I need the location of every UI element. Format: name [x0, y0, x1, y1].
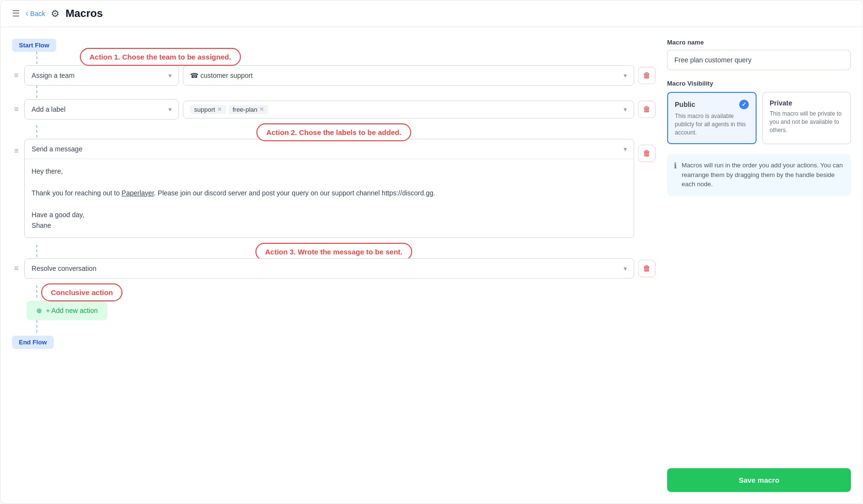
labels-chevron: ▾: [624, 105, 627, 113]
right-panel: Macro name Macro Visibility Public ✓ Thi…: [667, 39, 851, 492]
send-message-label: Send a message: [31, 145, 82, 153]
action-row-resolve: ≡ Resolve conversation ▾ 🗑: [12, 258, 655, 279]
delete-button-send-message[interactable]: 🗑: [638, 145, 655, 162]
action-row-send-message: ≡ Send a message ▾ Hey there, Thank you …: [12, 139, 655, 238]
action-type-chevron-assign-team: ▾: [168, 72, 172, 79]
flow-connector-2: [36, 125, 37, 139]
info-box: ℹ Macros will run in the order you add y…: [667, 154, 851, 196]
action-send-message: ≡ Send a message ▾ Hey there, Thank you …: [12, 139, 655, 258]
back-button[interactable]: ‹ Back: [26, 9, 45, 18]
visibility-public-title: Public ✓: [675, 100, 749, 109]
action-type-select-assign-team[interactable]: Assign a team ▾: [24, 65, 179, 86]
action-resolve-conversation: ≡ Resolve conversation ▾ 🗑 Conclusive ac…: [12, 258, 655, 299]
label-tag-free-plan-remove[interactable]: ✕: [259, 106, 264, 113]
send-message-chevron: ▾: [624, 145, 627, 153]
macro-name-section: Macro name: [667, 39, 851, 70]
right-panel-spacer: [667, 206, 851, 459]
macros-icon: ⚙: [51, 8, 60, 19]
info-icon: ℹ: [674, 161, 677, 170]
action-type-label-add-label: Add a label: [31, 105, 65, 113]
main-content: Start Flow Action 1. Chose the team to b…: [0, 27, 863, 504]
action-type-label-assign-team: Assign a team: [31, 72, 74, 79]
action-type-select-resolve[interactable]: Resolve conversation ▾: [24, 258, 634, 279]
label-tag-support-remove[interactable]: ✕: [217, 106, 222, 113]
macro-visibility-section: Macro Visibility Public ✓ This macro is …: [667, 80, 851, 144]
macro-name-label: Macro name: [667, 39, 851, 46]
back-label: Back: [30, 10, 45, 17]
action-type-label-resolve: Resolve conversation: [31, 265, 96, 272]
flow-connector-4: [36, 285, 37, 299]
action-value-chevron-assign-team: ▾: [624, 72, 627, 79]
action-value-label-assign-team: ☎ customer support: [190, 72, 253, 79]
add-action-icon: ⊕: [36, 307, 42, 314]
add-new-action-button[interactable]: ⊕ + Add new action: [27, 301, 107, 320]
delete-button-resolve[interactable]: 🗑: [638, 260, 655, 277]
macro-visibility-label: Macro Visibility: [667, 80, 851, 87]
end-flow-badge: End Flow: [12, 336, 54, 349]
send-message-select[interactable]: Send a message ▾: [31, 145, 627, 153]
action-type-select-add-label[interactable]: Add a label ▾: [24, 99, 179, 119]
visibility-public-card[interactable]: Public ✓ This macro is available publicl…: [667, 92, 757, 144]
menu-icon[interactable]: ☰: [12, 8, 20, 19]
action-value-select-assign-team[interactable]: ☎ customer support ▾: [183, 65, 634, 86]
macro-name-input[interactable]: [667, 50, 851, 70]
visibility-public-check-icon: ✓: [739, 100, 749, 109]
label-tag-free-plan-text: free-plan: [233, 106, 257, 113]
page-title: Macros: [65, 7, 103, 20]
info-text: Macros will run in the order you add you…: [682, 161, 844, 189]
save-macro-button[interactable]: Save macro: [667, 468, 851, 492]
drag-handle-resolve[interactable]: ≡: [12, 262, 20, 275]
flow-connector-start: [36, 52, 37, 65]
flow-connector-1: [36, 86, 37, 99]
action-type-chevron-resolve: ▾: [624, 265, 627, 272]
message-box: Send a message ▾ Hey there, Thank you fo…: [24, 139, 634, 238]
action-value-select-add-label[interactable]: support ✕ free-plan ✕ ▾: [183, 101, 634, 119]
drag-handle-assign-team[interactable]: ≡: [12, 69, 20, 82]
label-tag-free-plan: free-plan ✕: [229, 105, 268, 114]
visibility-private-card[interactable]: Private This macro will be private to yo…: [762, 92, 851, 144]
start-flow-badge: Start Flow: [12, 39, 56, 52]
message-body[interactable]: Hey there, Thank you for reaching out to…: [25, 159, 634, 237]
header: ☰ ‹ Back ⚙ Macros: [0, 0, 863, 27]
delete-button-assign-team[interactable]: 🗑: [638, 67, 655, 84]
label-tag-support: support ✕: [190, 105, 225, 114]
visibility-private-title: Private: [770, 99, 844, 107]
flow-connector-3: [36, 245, 37, 258]
back-chevron-icon: ‹: [26, 9, 28, 18]
action-row-add-label: ≡ Add a label ▾ support ✕ free-plan: [12, 99, 655, 119]
label-tag-support-text: support: [194, 106, 215, 113]
action-assign-team: Action 1. Chose the team to be assigned.…: [12, 65, 655, 99]
action-type-chevron-add-label: ▾: [168, 105, 172, 113]
message-header: Send a message ▾: [25, 139, 634, 159]
action-row-assign-team: ≡ Assign a team ▾ ☎ customer support ▾ 🗑: [12, 65, 655, 86]
visibility-options: Public ✓ This macro is available publicl…: [667, 92, 851, 144]
add-action-wrapper: ⊕ + Add new action: [27, 299, 655, 320]
drag-handle-send-message[interactable]: ≡: [12, 145, 20, 157]
end-flow-wrapper: End Flow: [12, 334, 655, 349]
delete-button-add-label[interactable]: 🗑: [638, 101, 655, 118]
drag-handle-add-label[interactable]: ≡: [12, 103, 20, 116]
flow-panel: Start Flow Action 1. Chose the team to b…: [12, 39, 655, 492]
action-add-label: ≡ Add a label ▾ support ✕ free-plan: [12, 99, 655, 139]
flow-connector-5: [36, 320, 37, 334]
visibility-public-desc: This macro is available publicly for all…: [675, 112, 749, 136]
add-action-label: + Add new action: [46, 307, 98, 314]
visibility-private-desc: This macro will be private to you and no…: [770, 110, 844, 134]
